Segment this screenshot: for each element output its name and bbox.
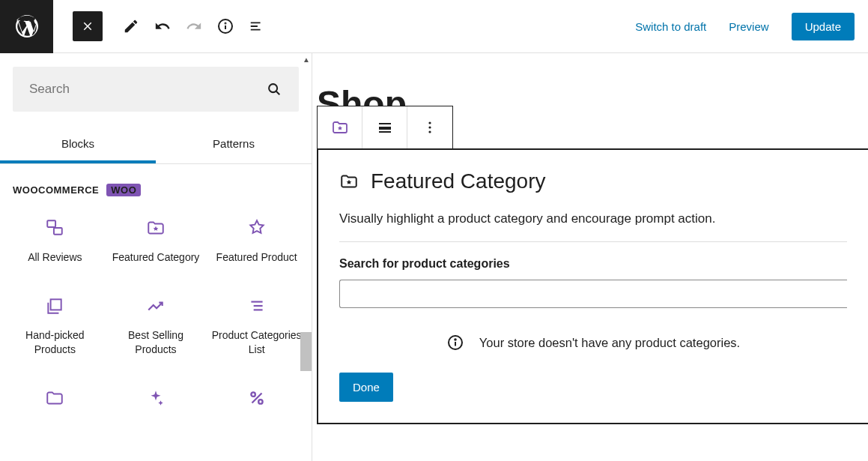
block-product-categories-list[interactable]: Product Categories List bbox=[206, 291, 307, 362]
align-icon bbox=[376, 118, 394, 136]
percent-icon bbox=[246, 388, 267, 409]
block-all-reviews[interactable]: All Reviews bbox=[4, 213, 106, 270]
svg-rect-5 bbox=[48, 220, 56, 227]
star-icon bbox=[246, 217, 267, 238]
block-toolbar bbox=[317, 106, 453, 149]
close-icon bbox=[81, 19, 94, 33]
editor-canvas: Shop Featured Category Visually highligh… bbox=[312, 53, 868, 461]
svg-rect-9 bbox=[253, 305, 262, 307]
search-input[interactable] bbox=[29, 82, 231, 97]
close-inserter-button[interactable] bbox=[73, 11, 103, 41]
svg-point-22 bbox=[455, 339, 456, 340]
top-toolbar: Switch to draft Preview Update bbox=[0, 0, 868, 53]
search-box[interactable] bbox=[13, 67, 299, 112]
undo-icon bbox=[154, 18, 171, 34]
svg-rect-16 bbox=[379, 131, 391, 133]
featured-category-block: Featured Category Visually highlight a p… bbox=[317, 148, 868, 424]
switch-to-draft-link[interactable]: Switch to draft bbox=[635, 20, 706, 33]
wordpress-icon bbox=[13, 13, 40, 40]
folder-star-icon bbox=[339, 172, 359, 191]
block-description: Visually highlight a product category an… bbox=[339, 211, 847, 242]
block-featured-product[interactable]: Featured Product bbox=[206, 213, 307, 270]
block-best-selling-products[interactable]: Best Selling Products bbox=[106, 291, 207, 362]
scroll-up-arrow[interactable]: ▲ bbox=[303, 55, 310, 64]
info-button[interactable] bbox=[216, 17, 234, 35]
svg-rect-10 bbox=[253, 309, 262, 310]
redo-button bbox=[185, 17, 203, 35]
block-title: Featured Category bbox=[371, 169, 545, 193]
svg-point-18 bbox=[428, 126, 431, 128]
info-icon bbox=[216, 17, 234, 35]
category-name: WOOCOMMERCE bbox=[13, 184, 99, 196]
block-inserter-panel: ▲ Blocks Patterns WOOCOMMERCE WOO All Re… bbox=[0, 53, 312, 461]
svg-point-17 bbox=[428, 121, 431, 124]
update-button[interactable]: Update bbox=[792, 13, 855, 40]
list-icon bbox=[249, 18, 265, 34]
block-hand-picked-products[interactable]: Hand-picked Products bbox=[4, 291, 106, 362]
search-label: Search for product categories bbox=[339, 257, 847, 271]
align-button[interactable] bbox=[362, 106, 407, 148]
preview-link[interactable]: Preview bbox=[729, 20, 768, 33]
svg-point-2 bbox=[225, 23, 226, 24]
scrollbar-thumb[interactable] bbox=[300, 332, 312, 371]
folder-icon bbox=[44, 388, 65, 409]
svg-point-13 bbox=[258, 400, 262, 403]
svg-rect-7 bbox=[51, 299, 61, 310]
search-icon bbox=[266, 81, 282, 97]
list-lines-icon bbox=[246, 295, 267, 316]
svg-point-3 bbox=[269, 84, 277, 92]
category-header: WOOCOMMERCE WOO bbox=[0, 164, 312, 202]
stack-icon bbox=[44, 295, 65, 316]
svg-line-11 bbox=[252, 393, 261, 403]
block-item-sparkle[interactable] bbox=[106, 383, 207, 425]
tab-blocks[interactable]: Blocks bbox=[0, 127, 156, 163]
block-featured-category[interactable]: Featured Category bbox=[106, 213, 207, 270]
svg-rect-14 bbox=[379, 123, 391, 124]
info-icon bbox=[446, 334, 464, 352]
tab-patterns[interactable]: Patterns bbox=[156, 127, 312, 163]
more-options-button[interactable] bbox=[407, 106, 452, 148]
block-item-folder[interactable] bbox=[4, 383, 106, 425]
edit-button[interactable] bbox=[122, 17, 140, 35]
svg-rect-15 bbox=[379, 127, 391, 130]
sparkle-icon bbox=[145, 388, 166, 409]
reviews-icon bbox=[44, 217, 65, 238]
folder-star-icon bbox=[145, 217, 166, 238]
block-item-percent[interactable] bbox=[206, 383, 307, 425]
svg-line-4 bbox=[276, 91, 280, 95]
svg-point-19 bbox=[428, 130, 431, 133]
list-view-button[interactable] bbox=[248, 17, 266, 35]
svg-rect-6 bbox=[54, 228, 62, 235]
svg-point-12 bbox=[251, 392, 255, 396]
redo-icon bbox=[186, 18, 202, 34]
wordpress-logo[interactable] bbox=[0, 0, 53, 53]
inserter-tabs: Blocks Patterns bbox=[0, 127, 312, 164]
svg-rect-8 bbox=[251, 301, 262, 302]
done-button[interactable]: Done bbox=[339, 373, 393, 402]
category-search-input[interactable] bbox=[339, 280, 847, 308]
pencil-icon bbox=[123, 18, 139, 34]
folder-star-icon bbox=[331, 118, 349, 136]
kebab-icon bbox=[421, 118, 439, 136]
empty-message: Your store doesn't have any product cate… bbox=[479, 336, 740, 350]
trend-icon bbox=[145, 295, 166, 316]
undo-button[interactable] bbox=[154, 17, 172, 35]
woo-badge: WOO bbox=[106, 184, 141, 196]
block-type-button[interactable] bbox=[318, 106, 362, 148]
